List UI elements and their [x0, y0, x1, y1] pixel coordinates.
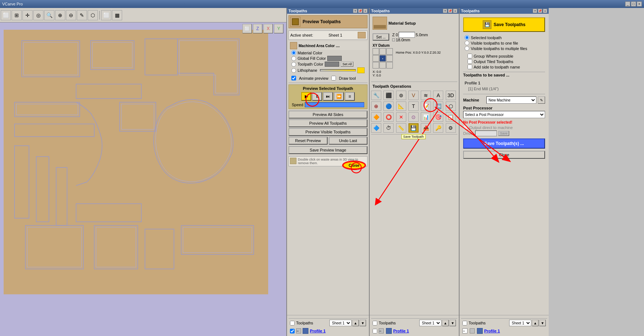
tool-node[interactable]: ◎ — [33, 10, 43, 20]
tp-item-expand-3[interactable] — [470, 328, 475, 333]
visible-multi-radio[interactable] — [465, 46, 469, 51]
add-side-check[interactable] — [468, 65, 472, 69]
op-profile[interactable]: 🔧 — [371, 91, 381, 100]
op-43[interactable]: 📏 — [396, 123, 406, 133]
machine-select[interactable]: New Machine — [486, 96, 536, 104]
xy-tc[interactable] — [379, 48, 386, 55]
panel2-controls[interactable]: ? 📌 × — [443, 9, 457, 13]
op-2[interactable]: ⊕ — [371, 101, 381, 111]
set-btn[interactable]: Set ... — [373, 33, 389, 41]
animate-preview-check[interactable] — [291, 76, 296, 80]
panel1-help[interactable]: ? — [353, 9, 357, 13]
panel1-close[interactable]: × — [363, 9, 367, 13]
xy-bl[interactable] — [373, 62, 379, 69]
preview-visible-btn[interactable]: Preview Visible Toolpaths — [288, 128, 367, 136]
tp-item-check-1[interactable] — [290, 329, 295, 333]
sheet-select-2[interactable]: Sheet 1 — [419, 320, 441, 326]
tp-item-check-3[interactable]: − — [462, 328, 468, 333]
panel2-help[interactable]: ? — [443, 9, 447, 13]
op-drill[interactable]: ⊚ — [396, 91, 406, 100]
op-42[interactable]: ⏱ — [383, 123, 394, 133]
window-controls[interactable]: _ □ × — [625, 1, 642, 7]
lithophane-slider[interactable] — [320, 69, 356, 71]
output-tiled-check[interactable] — [468, 59, 472, 64]
xy-tl[interactable] — [373, 48, 379, 55]
panel3-pin[interactable]: 📌 — [538, 9, 542, 13]
op-4[interactable]: 🔷 — [371, 123, 381, 133]
sheet-nav-up-3[interactable]: ▲ — [532, 320, 539, 326]
tool-pan[interactable]: ✎ — [77, 10, 87, 20]
lithophane-radio[interactable] — [291, 68, 296, 73]
pause-btn[interactable]: ⏸ — [312, 92, 322, 101]
fit-view-btn[interactable]: ⬜ — [242, 24, 252, 33]
toolpath-color-swatch[interactable] — [325, 62, 339, 67]
tool-grid[interactable]: ⊞ — [12, 10, 22, 20]
speed-slider[interactable] — [305, 102, 364, 107]
panel2-close[interactable]: × — [453, 9, 457, 13]
toolpath-color-radio[interactable] — [291, 62, 296, 67]
xy-tr[interactable] — [386, 48, 393, 55]
xy-ml[interactable] — [373, 55, 379, 62]
tp2-main-check[interactable] — [373, 321, 377, 325]
sheet-nav-up-2[interactable]: ▲ — [442, 320, 449, 326]
reset-preview-btn[interactable]: Reset Preview — [288, 137, 328, 145]
tp-item-check-2[interactable] — [373, 329, 377, 333]
selected-tp-radio[interactable] — [465, 35, 469, 40]
op-35[interactable]: 📊 — [421, 112, 431, 122]
menu-btn[interactable]: ≡ — [345, 92, 355, 101]
op-33[interactable]: ✕ — [396, 112, 406, 122]
tp-item-name-2[interactable]: Profile 1 — [393, 329, 409, 333]
close-btn-main[interactable]: × — [637, 1, 642, 7]
sheet-select-1[interactable]: Sheet 1 — [329, 320, 352, 326]
xy-mr[interactable] — [386, 55, 393, 62]
op-45[interactable]: 📤 — [421, 123, 431, 133]
tp-item-expand-2[interactable]: − — [379, 328, 384, 333]
op-37[interactable]: 📋 — [446, 112, 456, 122]
op-3d[interactable]: 3D — [446, 91, 456, 100]
sheet-color-btn[interactable] — [358, 32, 366, 38]
tool-zoom-fit[interactable]: 🔍 — [44, 10, 54, 20]
op-34[interactable]: ⊙ — [408, 112, 419, 122]
tp-item-expand-1[interactable]: − — [296, 328, 301, 333]
tp3-main-check[interactable] — [462, 321, 467, 325]
panel1-controls[interactable]: ? 📌 × — [353, 9, 367, 13]
set-all-btn[interactable]: Set All — [341, 62, 354, 67]
axis-z-btn[interactable]: Z — [253, 24, 262, 33]
last-btn[interactable]: ⏩ — [334, 92, 344, 101]
op-save-toolpath[interactable]: 💾 Save Toolpath — [408, 123, 419, 133]
sheet-select-3[interactable]: Sheet 1 — [509, 320, 531, 326]
draw-tool-check[interactable] — [331, 76, 336, 80]
op-26[interactable]: 🔤 — [433, 101, 443, 111]
op-25[interactable]: 📝 — [421, 101, 431, 111]
xy-mc[interactable]: • — [379, 55, 386, 62]
tool-zoom-in[interactable]: ⊕ — [55, 10, 65, 20]
xy-bc[interactable] — [379, 62, 386, 69]
op-vcarve[interactable]: V — [408, 91, 419, 100]
save-preview-image-btn[interactable]: Save Preview Image — [288, 146, 367, 154]
tool-snap[interactable]: ✛ — [22, 10, 33, 20]
tool-view-3d[interactable]: ▦ — [112, 10, 122, 20]
tool-select[interactable]: ⬜ — [1, 10, 11, 20]
panel1-pin[interactable]: 📌 — [358, 9, 362, 13]
minimize-btn[interactable]: _ — [625, 1, 630, 7]
panel3-help[interactable]: ? — [533, 9, 537, 13]
group-where-check[interactable] — [468, 54, 472, 58]
op-22[interactable]: 🔵 — [383, 101, 394, 111]
preview-all-sides-btn[interactable]: Preview All Sides — [288, 111, 367, 119]
axis-y-btn[interactable]: Y — [274, 24, 283, 33]
global-fill-radio[interactable] — [291, 56, 296, 61]
op-23[interactable]: 📐 — [396, 101, 406, 111]
panel3-close[interactable]: × — [543, 9, 547, 13]
op-3[interactable]: 🔶 — [371, 112, 381, 122]
post-proc-select[interactable]: Select a Post Processor — [463, 111, 545, 118]
sheet-nav-dn-2[interactable]: ▼ — [449, 320, 456, 326]
tool-poly[interactable]: ⬡ — [88, 10, 98, 20]
op-46[interactable]: 🔑 — [433, 123, 443, 133]
op-27[interactable]: ⬡ — [446, 101, 456, 111]
tp-main-check[interactable] — [290, 321, 295, 325]
op-36[interactable]: 🎯 — [433, 112, 443, 122]
op-47[interactable]: ⚙ — [446, 123, 456, 133]
sheet-nav-dn-1[interactable]: ▼ — [360, 320, 366, 326]
global-fill-swatch[interactable] — [327, 56, 342, 61]
machine-edit-btn[interactable]: ✎ — [538, 96, 545, 104]
